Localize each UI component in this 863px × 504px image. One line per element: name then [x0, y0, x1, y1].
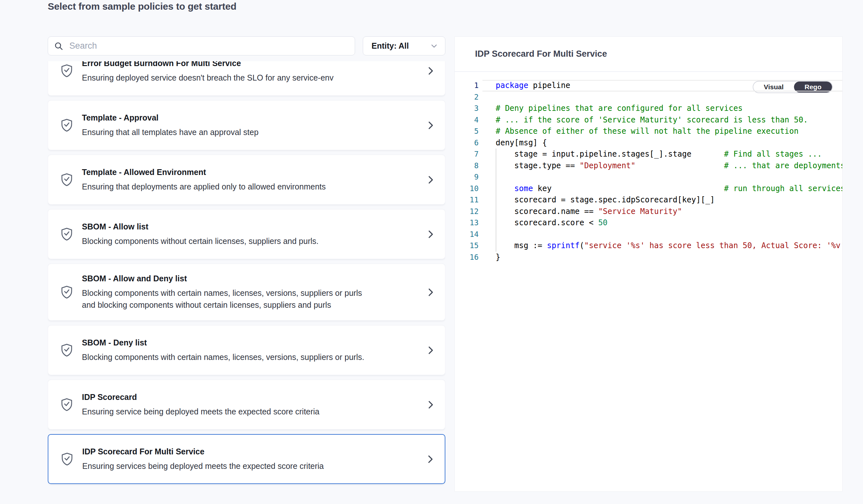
policy-card-text: IDP Scorecard For Multi ServiceEnsuring … [82, 446, 324, 472]
policy-card-text: Template - ApprovalEnsuring that all tem… [82, 113, 259, 138]
code-line: # ... if the score of 'Service Maturity'… [483, 114, 842, 126]
list-toolbar: Entity: All [48, 36, 445, 55]
line-number: 2 [455, 91, 483, 103]
line-number: 16 [455, 252, 483, 263]
code-line-row: 15 msg := sprintf("service '%s' has scor… [455, 240, 842, 252]
policy-description: Ensuring that deployments are applied on… [82, 181, 326, 193]
line-number: 1 [455, 80, 483, 91]
code-line-row: 3# Deny pipelines that are configured fo… [455, 103, 842, 114]
policy-card-text: Error Budget Burndown For Multi ServiceE… [82, 61, 334, 84]
content: Entity: All Error Budget Burndown For Mu… [48, 36, 863, 492]
code-line-row: 1package pipeline [455, 80, 842, 91]
line-number: 10 [455, 183, 483, 195]
chevron-right-icon[interactable] [425, 175, 436, 185]
code-line: # Absence of either of these will not ha… [483, 126, 842, 137]
code-line-row: 7 stage = input.pipeline.stages[_].stage… [455, 148, 842, 160]
chevron-right-icon[interactable] [425, 399, 436, 410]
code-line-row: 11 scorecard = stage.spec.idpScorecard[k… [455, 194, 842, 206]
line-number: 13 [455, 217, 483, 229]
policy-title: IDP Scorecard [82, 392, 320, 402]
code-line: # Deny pipelines that are configured for… [483, 103, 842, 114]
chevron-right-icon[interactable] [425, 287, 436, 298]
sample-policies-page: Select from sample policies to get start… [0, 1, 863, 492]
policy-description: Blocking components with certain names, … [82, 351, 364, 363]
policy-detail-title: IDP Scorecard For Multi Service [475, 49, 607, 59]
shield-check-icon [60, 172, 73, 188]
line-number: 5 [455, 126, 483, 137]
policy-card[interactable]: Template - ApprovalEnsuring that all tem… [48, 100, 445, 150]
code-line: package pipeline [483, 80, 842, 91]
code-line: scorecard.name == "Service Maturity" [483, 206, 842, 218]
code-line-row: 16} [455, 252, 842, 263]
policy-card[interactable]: SBOM - Allow and Deny listBlocking compo… [48, 263, 445, 321]
chevron-right-icon[interactable] [425, 454, 436, 465]
code-line [483, 229, 842, 241]
policy-card-text: SBOM - Allow listBlocking components wit… [82, 221, 318, 247]
line-number: 6 [455, 137, 483, 149]
policy-title: SBOM - Allow list [82, 221, 318, 232]
code-line: some key # run through all services [483, 183, 842, 195]
code-line: stage.type == "Deployment" # ... that ar… [483, 160, 842, 172]
entity-filter-label: Entity: All [372, 41, 409, 51]
shield-check-icon [60, 227, 73, 242]
code-line-row: 8 stage.type == "Deployment" # ... that … [455, 160, 842, 172]
line-number: 15 [455, 240, 483, 252]
policy-detail-header: IDP Scorecard For Multi Service [455, 37, 842, 72]
search-icon [53, 41, 64, 51]
shield-check-icon [60, 63, 73, 79]
policy-detail-panel: IDP Scorecard For Multi Service Visual R… [454, 36, 843, 492]
line-number: 12 [455, 206, 483, 218]
code-line-row: 4# ... if the score of 'Service Maturity… [455, 114, 842, 126]
policy-description: Blocking components with certain names, … [82, 287, 372, 311]
chevron-right-icon[interactable] [425, 65, 436, 76]
shield-check-icon [60, 285, 73, 300]
shield-check-icon [60, 343, 73, 358]
code-line-row: 6deny[msg] { [455, 137, 842, 149]
policy-title: Error Budget Burndown For Multi Service [82, 61, 334, 68]
code-line: } [483, 252, 842, 263]
chevron-down-icon [429, 41, 439, 51]
code-line: deny[msg] { [483, 137, 842, 149]
code-line: scorecard.score < 50 [483, 217, 842, 229]
policy-title: SBOM - Allow and Deny list [82, 273, 372, 284]
search-input[interactable] [64, 41, 355, 51]
chevron-right-icon[interactable] [425, 120, 436, 131]
policy-title: IDP Scorecard For Multi Service [82, 446, 324, 457]
code-line [483, 171, 842, 183]
search-box[interactable] [48, 36, 355, 55]
policy-card-text: IDP ScorecardEnsuring service being depl… [82, 392, 320, 418]
line-number: 4 [455, 114, 483, 126]
shield-check-icon [61, 451, 74, 467]
shield-check-icon [60, 118, 73, 133]
code-line-row: 2 [455, 91, 842, 103]
policy-description: Ensuring service being deployed meets th… [82, 406, 320, 418]
policy-description: Ensuring that all templates have an appr… [82, 126, 259, 138]
code-line-row: 12 scorecard.name == "Service Maturity" [455, 206, 842, 218]
policy-description: Blocking components without certain lice… [82, 235, 318, 247]
code-line: msg := sprintf("service '%s' has score l… [483, 240, 842, 252]
line-number: 9 [455, 171, 483, 183]
chevron-right-icon[interactable] [425, 345, 436, 356]
policy-list[interactable]: Error Budget Burndown For Multi ServiceE… [48, 61, 445, 492]
policy-title: Template - Allowed Environment [82, 167, 326, 177]
policy-card[interactable]: Error Budget Burndown For Multi ServiceE… [48, 61, 445, 96]
line-number: 7 [455, 148, 483, 160]
policy-card[interactable]: IDP ScorecardEnsuring service being depl… [48, 379, 445, 429]
policy-card[interactable]: Template - Allowed EnvironmentEnsuring t… [48, 155, 445, 205]
line-number: 8 [455, 160, 483, 172]
code-line-row: 14 [455, 229, 842, 241]
policy-card-text: Template - Allowed EnvironmentEnsuring t… [82, 167, 326, 193]
line-number: 3 [455, 103, 483, 114]
policy-title: SBOM - Deny list [82, 337, 364, 348]
policy-card[interactable]: SBOM - Deny listBlocking components with… [48, 325, 445, 375]
policy-description: Ensuring services being deployed meets t… [82, 460, 324, 472]
code-line-row: 9 [455, 171, 842, 183]
code-line: stage = input.pipeline.stages[_].stage #… [483, 148, 842, 160]
entity-filter-dropdown[interactable]: Entity: All [363, 36, 445, 55]
chevron-right-icon[interactable] [425, 229, 436, 240]
policy-card[interactable]: SBOM - Allow listBlocking components wit… [48, 209, 445, 259]
policy-card[interactable]: IDP Scorecard For Multi ServiceEnsuring … [48, 434, 445, 484]
policy-card-text: SBOM - Allow and Deny listBlocking compo… [82, 273, 372, 311]
policy-description: Ensuring deployed service doesn't breach… [82, 72, 334, 84]
code-line-row: 5# Absence of either of these will not h… [455, 126, 842, 137]
